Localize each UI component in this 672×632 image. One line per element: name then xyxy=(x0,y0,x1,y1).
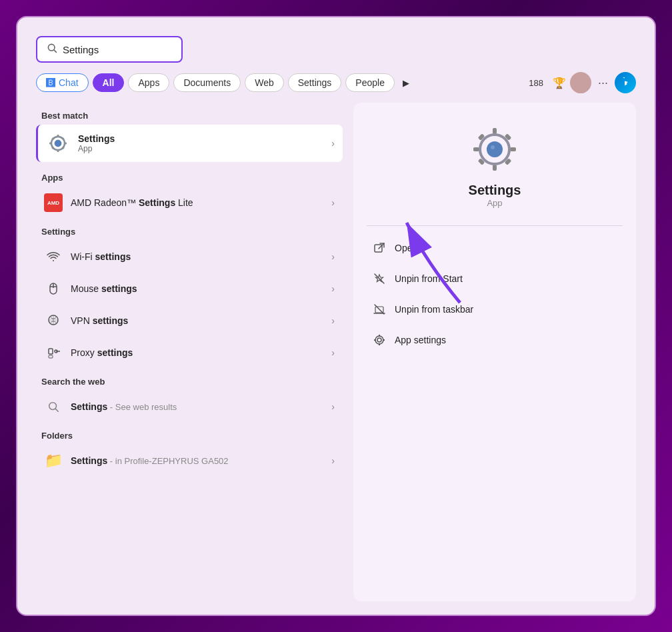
search-icon xyxy=(47,43,57,56)
mouse-icon xyxy=(44,279,63,298)
search-bar-wrapper xyxy=(36,36,636,63)
unpin-taskbar-icon xyxy=(372,302,387,317)
app-settings-label: App settings xyxy=(395,335,446,345)
svg-rect-48 xyxy=(374,339,376,341)
best-match-settings[interactable]: Settings App › xyxy=(36,125,343,162)
right-panel: Settings App Open xyxy=(353,103,636,601)
settings-section-label: Settings xyxy=(36,219,343,241)
svg-rect-47 xyxy=(379,343,380,345)
right-action-unpin-start[interactable]: Unpin from Start xyxy=(367,263,623,294)
svg-point-6 xyxy=(55,140,61,147)
folder-settings[interactable]: 📁 Settings - in Profile-ZEPHYRUS GA502 › xyxy=(36,445,343,477)
settings-app-icon xyxy=(46,131,70,155)
proxy-settings[interactable]: Proxy settings › xyxy=(36,337,343,369)
right-action-open[interactable]: Open xyxy=(367,233,623,263)
tab-web[interactable]: Web xyxy=(245,73,284,92)
svg-rect-20 xyxy=(49,355,53,358)
right-app-name: Settings xyxy=(367,183,623,198)
wifi-arrow: › xyxy=(331,251,335,262)
vpn-arrow: › xyxy=(331,315,335,326)
tab-apps-label: Apps xyxy=(138,77,159,88)
svg-point-37 xyxy=(491,145,495,149)
proxy-icon xyxy=(44,343,63,362)
app-settings-icon xyxy=(372,333,387,347)
bing-icon[interactable] xyxy=(615,72,636,93)
svg-point-45 xyxy=(375,336,383,344)
tab-apps[interactable]: Apps xyxy=(128,73,169,92)
tab-web-label: Web xyxy=(255,77,274,88)
best-match-label: Best match xyxy=(36,103,343,125)
left-panel: Best match xyxy=(36,103,343,601)
folders-label: Folders xyxy=(36,423,343,445)
best-match-arrow: › xyxy=(331,138,335,149)
svg-rect-10 xyxy=(64,143,67,145)
svg-line-1 xyxy=(54,50,57,53)
svg-point-3 xyxy=(574,85,587,93)
play-icon: ▶ xyxy=(403,78,409,88)
tab-settings[interactable]: Settings xyxy=(288,73,342,92)
tab-people-label: People xyxy=(355,77,385,88)
right-app-sub: App xyxy=(367,198,623,208)
search-web-icon xyxy=(44,397,63,416)
open-label: Open xyxy=(395,243,417,253)
folder-label: Settings - in Profile-ZEPHYRUS GA502 xyxy=(71,455,323,466)
tab-people[interactable]: People xyxy=(345,73,395,92)
right-divider xyxy=(367,225,623,226)
trophy-icon: 🏆 xyxy=(553,77,566,89)
apps-section-label: Apps xyxy=(36,165,343,187)
user-avatar[interactable] xyxy=(570,72,591,93)
search-window: 🅱 Chat All Apps Documents Web Settings P… xyxy=(16,16,656,616)
best-match-name: Settings xyxy=(78,133,115,144)
svg-rect-9 xyxy=(49,143,52,145)
unpin-taskbar-label: Unpin from taskbar xyxy=(395,304,473,315)
svg-rect-29 xyxy=(473,147,479,151)
svg-rect-30 xyxy=(510,147,516,151)
svg-rect-46 xyxy=(379,335,380,337)
svg-rect-27 xyxy=(493,128,497,134)
wifi-settings[interactable]: Wi-Fi settings › xyxy=(36,241,343,273)
main-content: Best match xyxy=(36,103,636,601)
search-web-settings[interactable]: Settings - See web results › xyxy=(36,391,343,423)
wifi-label: Wi-Fi settings xyxy=(71,251,323,262)
right-action-app-settings[interactable]: App settings xyxy=(367,325,623,355)
right-settings-icon xyxy=(367,123,623,176)
svg-point-44 xyxy=(377,338,381,342)
folder-arrow: › xyxy=(331,455,335,466)
vpn-icon xyxy=(44,311,63,330)
amd-result[interactable]: AMD AMD Radeon™ Settings Lite › xyxy=(36,187,343,219)
tab-documents[interactable]: Documents xyxy=(173,73,241,92)
more-button[interactable]: ▶ xyxy=(399,75,413,91)
proxy-label: Proxy settings xyxy=(71,347,323,358)
amd-arrow: › xyxy=(331,197,335,208)
tabs-row: 🅱 Chat All Apps Documents Web Settings P… xyxy=(36,72,636,93)
svg-rect-19 xyxy=(49,349,53,354)
search-input[interactable] xyxy=(63,44,163,55)
svg-line-39 xyxy=(379,243,384,249)
vpn-settings[interactable]: VPN settings › xyxy=(36,305,343,337)
more-options-icon[interactable]: ··· xyxy=(595,76,611,90)
tab-settings-label: Settings xyxy=(298,77,332,88)
tab-chat[interactable]: 🅱 Chat xyxy=(36,73,89,92)
unpin-start-icon xyxy=(372,271,387,286)
tab-chat-label: Chat xyxy=(59,77,79,88)
best-match-sub: App xyxy=(78,144,115,153)
tab-all-label: All xyxy=(103,77,115,88)
svg-line-24 xyxy=(55,409,58,411)
svg-rect-28 xyxy=(493,165,497,171)
svg-rect-49 xyxy=(383,339,385,341)
mouse-settings[interactable]: Mouse settings › xyxy=(36,273,343,305)
best-match-text: Settings App xyxy=(78,133,115,153)
wifi-icon xyxy=(44,247,63,266)
tab-all[interactable]: All xyxy=(93,73,125,92)
vpn-label: VPN settings xyxy=(71,315,323,326)
open-icon xyxy=(372,241,387,255)
badge-count: 188 xyxy=(523,75,549,91)
right-action-unpin-taskbar[interactable]: Unpin from taskbar xyxy=(367,294,623,325)
mouse-arrow: › xyxy=(331,283,335,294)
svg-rect-7 xyxy=(57,135,59,137)
amd-icon: AMD xyxy=(44,193,63,212)
svg-point-36 xyxy=(489,144,500,155)
search-bar[interactable] xyxy=(36,36,183,63)
search-web-arrow: › xyxy=(331,401,335,412)
svg-rect-8 xyxy=(57,149,59,152)
